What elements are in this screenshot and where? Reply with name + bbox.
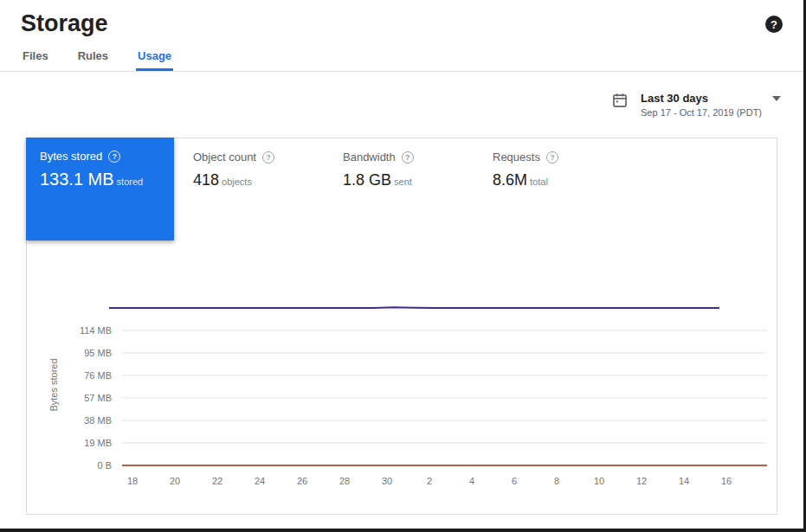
metric-card-requests[interactable]: Requests 8.6Mtotal	[474, 138, 623, 240]
svg-text:28: 28	[339, 476, 350, 486]
metric-card-bytes-stored[interactable]: Bytes stored 133.1 MBstored	[26, 138, 174, 240]
svg-text:57 MB: 57 MB	[84, 393, 112, 403]
tab-usage[interactable]: Usage	[136, 39, 173, 71]
tab-files[interactable]: Files	[21, 39, 50, 71]
help-circle-icon[interactable]	[402, 151, 414, 163]
metric-unit: objects	[222, 176, 252, 187]
metric-unit: stored	[117, 176, 144, 187]
svg-text:95 MB: 95 MB	[84, 348, 112, 358]
svg-text:14: 14	[679, 476, 689, 486]
metrics-row: Bytes stored 133.1 MBstored Object count…	[27, 138, 777, 240]
svg-text:30: 30	[382, 476, 392, 486]
svg-text:6: 6	[512, 476, 517, 486]
storage-page: Storage Files Rules Usage Last 30 days	[0, 0, 806, 532]
metric-value: 8.6M	[493, 171, 527, 189]
metric-value: 133.1 MB	[40, 170, 114, 189]
svg-text:8: 8	[554, 476, 559, 486]
svg-text:24: 24	[255, 476, 265, 486]
calendar-icon	[611, 92, 629, 112]
svg-text:18: 18	[127, 476, 138, 486]
date-range-text: Last 30 days Sep 17 - Oct 17, 2019 (PDT)	[641, 92, 781, 118]
help-circle-icon[interactable]	[262, 151, 274, 163]
metric-label: Bandwidth	[343, 151, 396, 163]
metric-card-object-count[interactable]: Object count 418objects	[174, 138, 324, 240]
help-circle-icon[interactable]	[546, 151, 558, 163]
svg-text:26: 26	[297, 476, 307, 486]
metric-label: Requests	[493, 151, 540, 163]
chevron-down-icon	[772, 96, 781, 101]
svg-text:19 MB: 19 MB	[84, 438, 112, 448]
metric-value: 1.8 GB	[343, 171, 391, 189]
metric-unit: sent	[394, 176, 412, 187]
help-circle-icon[interactable]	[108, 151, 120, 163]
svg-text:10: 10	[594, 476, 604, 486]
svg-text:20: 20	[170, 476, 180, 486]
tab-bar: Files Rules Usage	[0, 39, 803, 72]
svg-text:12: 12	[636, 476, 647, 486]
svg-text:114 MB: 114 MB	[80, 325, 112, 336]
metric-label: Bytes stored	[40, 150, 102, 163]
date-range-label: Last 30 days	[641, 92, 708, 105]
toolbar: Last 30 days Sep 17 - Oct 17, 2019 (PDT)	[0, 72, 803, 138]
tab-rules[interactable]: Rules	[76, 39, 110, 71]
svg-text:4: 4	[469, 476, 474, 486]
svg-text:38 MB: 38 MB	[84, 415, 112, 426]
svg-text:0 B: 0 B	[97, 460, 112, 471]
metric-unit: total	[530, 176, 548, 187]
usage-panel: Bytes stored 133.1 MBstored Object count…	[26, 138, 777, 515]
page-help-icon[interactable]	[765, 16, 783, 33]
date-range-selector[interactable]: Last 30 days Sep 17 - Oct 17, 2019 (PDT)	[611, 92, 781, 118]
date-range-detail: Sep 17 - Oct 17, 2019 (PDT)	[641, 107, 781, 118]
chart-y-axis-title: Bytes stored	[48, 303, 60, 467]
metric-card-bandwidth[interactable]: Bandwidth 1.8 GBsent	[324, 138, 474, 240]
metric-label: Object count	[193, 151, 256, 163]
svg-text:76 MB: 76 MB	[84, 370, 112, 381]
usage-chart: 0 B19 MB38 MB57 MB76 MB95 MB114 MB182022…	[35, 294, 778, 502]
svg-text:16: 16	[721, 476, 732, 486]
svg-text:22: 22	[212, 476, 222, 486]
usage-chart-area: Bytes stored 0 B19 MB38 MB57 MB76 MB95 M…	[35, 294, 778, 502]
page-header: Storage	[0, 0, 803, 39]
svg-text:2: 2	[427, 476, 432, 486]
page-title: Storage	[21, 10, 108, 37]
metric-value: 418	[193, 171, 219, 189]
